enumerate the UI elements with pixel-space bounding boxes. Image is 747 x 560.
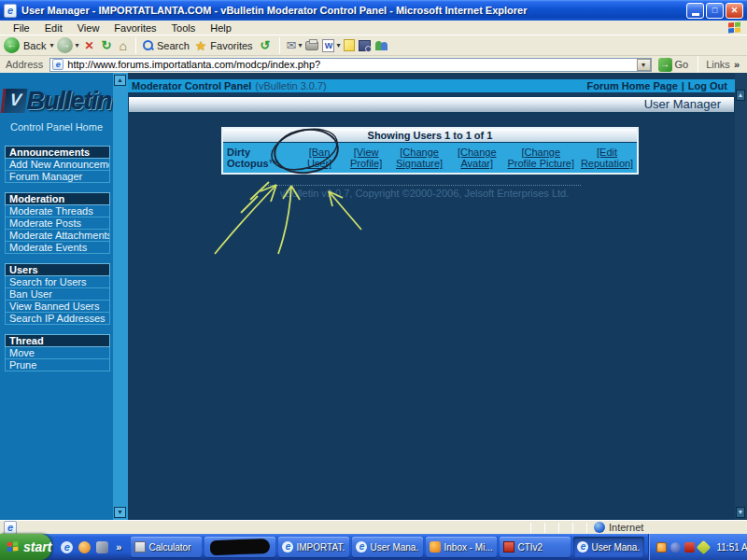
tray-icon-yellow[interactable]	[697, 539, 712, 554]
scroll-down-icon[interactable]: ▼	[736, 507, 745, 518]
forum-home-page-link[interactable]: Forum Home Page	[587, 80, 678, 91]
sidebar-item-moderate-posts[interactable]: Moderate Posts	[5, 217, 110, 230]
ban-user-link[interactable]: [Ban User]	[307, 147, 331, 169]
sidebar-item-prune[interactable]: Prune	[5, 359, 110, 371]
windows-flag-icon	[7, 541, 20, 553]
section-title: Announcements	[5, 146, 110, 159]
history-button[interactable]: ↺	[261, 38, 271, 52]
redaction-scribble	[210, 539, 271, 555]
start-button[interactable]: start	[0, 534, 51, 560]
change-avatar-link[interactable]: [Change Avatar]	[458, 147, 497, 169]
sidebar-section-users: Users Search for Users Ban User View Ban…	[5, 263, 110, 325]
internet-globe-icon	[594, 522, 605, 533]
browser-toolbar: ← Back ▾ → ▾ ✕ ↻ ⌂ Search ★ Favorites ↺ …	[0, 35, 747, 56]
quick-launch-app-icon[interactable]	[96, 541, 108, 553]
menu-help[interactable]: Help	[203, 21, 239, 35]
task-button-calculator[interactable]: Calculator	[131, 537, 202, 557]
menu-tools[interactable]: Tools	[164, 21, 204, 35]
menu-edit[interactable]: Edit	[37, 21, 70, 35]
page-icon: e	[52, 59, 63, 70]
sidebar-item-search-for-users[interactable]: Search for Users	[5, 276, 110, 288]
system-tray: 11:51 AM	[648, 534, 747, 560]
tray-icon-red[interactable]	[684, 542, 695, 553]
sidebar-item-ban-user[interactable]: Ban User	[5, 288, 110, 301]
edit-reputation-link[interactable]: [Edit Reputation]	[581, 147, 633, 169]
menu-view[interactable]: View	[70, 21, 107, 35]
forward-button[interactable]: → ▾	[57, 37, 78, 53]
close-button[interactable]: ✕	[726, 3, 743, 19]
sidebar-section-announcements: Announcements Add New Announcement Forum…	[5, 146, 110, 183]
sidebar-scrollbar[interactable]: ▲ ▼	[113, 73, 128, 520]
sidebar-item-add-new-announcement[interactable]: Add New Announcement	[5, 159, 110, 171]
go-label: Go	[675, 59, 689, 70]
mail-dropdown-icon[interactable]: ▾	[298, 41, 302, 49]
sidebar-item-search-ip-addresses[interactable]: Search IP Addresses	[5, 313, 110, 325]
tray-icon-orange[interactable]	[656, 542, 667, 553]
sidebar-item-move[interactable]: Move	[5, 347, 110, 359]
task-button-area: Calculator e IMPORTAT... e User Mana... …	[127, 537, 648, 557]
sidebar-item-moderate-events[interactable]: Moderate Events	[5, 242, 110, 254]
sidebar-item-control-panel-home[interactable]: Control Panel Home	[0, 121, 113, 136]
go-button[interactable]: → Go	[655, 58, 693, 72]
address-input[interactable]: e http://www.forums.importatlanta.com/mo…	[49, 58, 651, 72]
scroll-down-icon[interactable]: ▼	[114, 507, 126, 518]
sidebar-section-thread: Thread Move Prune	[5, 334, 110, 371]
page-content: V Bulletin Control Panel Home Announceme…	[0, 73, 747, 520]
sidebar-item-view-banned-users[interactable]: View Banned Users	[5, 301, 110, 313]
task-button-importatlanta[interactable]: e IMPORTAT...	[278, 537, 349, 557]
modcp-title: Moderator Control Panel	[132, 80, 251, 91]
sidebar-item-moderate-threads[interactable]: Moderate Threads	[5, 205, 110, 217]
scroll-up-icon[interactable]: ▲	[736, 90, 745, 101]
copyright-notice: vBulletin v3.0.7, Copyright ©2000-2006, …	[268, 185, 581, 199]
username-cell: Dirty Octopus™	[223, 145, 296, 171]
favorites-button[interactable]: ★ Favorites	[195, 38, 255, 53]
research-button[interactable]	[359, 40, 371, 51]
messenger-button[interactable]	[374, 39, 388, 51]
task-button-inbox[interactable]: Inbox - Mi...	[426, 537, 497, 557]
control-panel-sidebar: V Bulletin Control Panel Home Announceme…	[0, 73, 113, 520]
sidebar-item-forum-manager[interactable]: Forum Manager	[5, 171, 110, 183]
main-scrollbar[interactable]: ▲ ▼	[735, 73, 747, 520]
menu-favorites[interactable]: Favorites	[106, 21, 163, 35]
minimize-icon	[692, 13, 699, 16]
change-signature-link[interactable]: [Change Signature]	[396, 147, 443, 169]
search-button[interactable]: Search	[143, 40, 191, 51]
print-button[interactable]	[305, 41, 318, 50]
address-url[interactable]: http://www.forums.importatlanta.com/modc…	[67, 59, 636, 70]
sidebar-item-moderate-attachments[interactable]: Moderate Attachments	[5, 230, 110, 242]
address-bar: Address e http://www.forums.importatlant…	[0, 56, 747, 73]
quick-launch-ie-icon[interactable]: e	[61, 541, 73, 553]
back-button[interactable]: ← Back ▾	[4, 37, 53, 53]
home-button[interactable]: ⌂	[119, 38, 126, 53]
section-title: Thread	[5, 334, 110, 347]
links-chevron-icon: »	[734, 59, 740, 70]
menu-file[interactable]: File	[6, 21, 37, 35]
discuss-button[interactable]	[344, 39, 355, 51]
minimize-button[interactable]	[686, 3, 704, 19]
refresh-button[interactable]: ↻	[102, 38, 112, 52]
address-separator	[698, 56, 698, 73]
change-profile-picture-link[interactable]: [Change Profile Picture]	[507, 147, 574, 169]
scroll-up-icon[interactable]: ▲	[114, 75, 126, 86]
quick-launch-chevron-icon[interactable]: »	[116, 541, 121, 553]
section-title: Users	[5, 263, 110, 276]
tray-icon-blue[interactable]	[670, 542, 681, 553]
windows-logo-icon	[728, 21, 741, 34]
forward-dropdown-icon[interactable]: ▾	[75, 41, 78, 49]
links-menu[interactable]: Links »	[704, 59, 745, 70]
view-profile-link[interactable]: [View Profile]	[350, 147, 382, 169]
task-button-user-manager-1[interactable]: e User Mana...	[352, 537, 423, 557]
maximize-button[interactable]: □	[706, 3, 724, 19]
task-button-ctiv2[interactable]: CTIv2	[500, 537, 571, 557]
mail-button[interactable]: ✉ ▾	[287, 38, 303, 52]
task-button-user-manager-active[interactable]: e User Mana...	[573, 537, 644, 557]
edit-with-word-button[interactable]: W ▾	[322, 39, 340, 52]
task-button-redacted[interactable]	[204, 537, 275, 557]
log-out-link[interactable]: Log Out	[688, 80, 727, 91]
back-dropdown-icon[interactable]: ▾	[49, 41, 53, 49]
stop-button[interactable]: ✕	[85, 39, 94, 52]
address-dropdown-icon[interactable]: ▾	[637, 59, 651, 71]
edit-dropdown-icon[interactable]: ▾	[336, 41, 340, 49]
quick-launch-orange-icon[interactable]	[78, 541, 91, 553]
status-divider	[544, 523, 545, 533]
